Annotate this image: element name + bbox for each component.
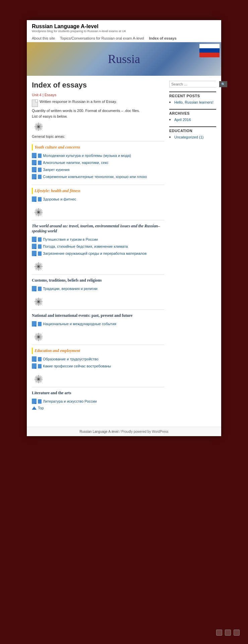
top-anchor[interactable]: Top xyxy=(38,406,44,410)
essay-link: Какие профессии сейчас востребованы xyxy=(32,363,164,369)
essay-link-world-1[interactable]: Путешествия и туризм в России xyxy=(43,237,98,241)
topic-section-literature: Literature and the arts Литература и иск… xyxy=(32,387,164,410)
essay-link: Алкогольные напитки, наркотики, секс xyxy=(32,160,164,166)
sunburst-5 xyxy=(32,332,45,342)
essay-link-literature-1[interactable]: Литература и искусство России xyxy=(43,399,97,403)
section-heading-youth: Youth culture and concerns xyxy=(32,144,164,151)
essay-icon xyxy=(32,237,37,242)
essay-icon-small xyxy=(38,154,42,158)
essay-link: Традиции, верования и религии xyxy=(32,286,164,292)
bottom-icons xyxy=(216,630,240,636)
banner-russia-text: Russia xyxy=(108,52,140,66)
essay-icon-small xyxy=(38,244,42,249)
essay-link-national-1[interactable]: Национальные и международные события xyxy=(43,322,116,326)
sunburst-3 xyxy=(32,261,45,272)
site-tagline: Wordpress blog for students preparing to… xyxy=(32,30,216,33)
essay-icon xyxy=(32,286,37,291)
search-input[interactable] xyxy=(170,81,219,87)
list-item: Uncategorized (1) xyxy=(174,134,216,140)
essay-icon xyxy=(32,153,37,158)
doc-icon xyxy=(32,100,38,107)
essay-link-youth-3[interactable]: Запрет курения xyxy=(43,168,69,172)
essay-link-world-3[interactable]: Загрязнение окружающей среды и переработ… xyxy=(43,251,146,255)
site-nav: About this site Topics/Conversations for… xyxy=(32,35,216,42)
quantity-text: Quantity of written words is 200. Format… xyxy=(32,109,164,113)
divider xyxy=(32,309,164,310)
essay-icon xyxy=(32,363,37,369)
sidebar: 🔍 RECENT POSTS Hello, Russian learners! … xyxy=(169,81,216,422)
essay-icon-small xyxy=(38,237,42,242)
section-heading-world: The world around us: travel, tourism, en… xyxy=(32,223,164,234)
russia-flag xyxy=(199,44,220,57)
archives-list: April 2016 xyxy=(169,117,216,122)
sunburst-6 xyxy=(32,374,45,384)
essay-link: Литература и искусство России xyxy=(32,398,164,404)
main-layout: Index of essays Unit 4 | Essays Written … xyxy=(27,76,221,427)
essay-link-education-1[interactable]: Образование и трудоустройство xyxy=(43,357,99,361)
essay-icon xyxy=(32,196,37,202)
essay-link-customs-1[interactable]: Традиции, верования и религии xyxy=(43,287,98,291)
essay-link-youth-4[interactable]: Современные компьютерные технологии, хор… xyxy=(43,175,147,179)
sidebar-recent-posts: RECENT POSTS Hello, Russian learners! xyxy=(169,92,216,105)
essay-link: Молодежная культура и проблемы (музыка и… xyxy=(32,153,164,159)
divider xyxy=(32,387,164,387)
topic-section-lifestyle: Lifestyle: health and fitness Здоровье и… xyxy=(32,185,164,202)
education-heading: EDUCATION xyxy=(169,129,216,133)
divider xyxy=(32,274,164,275)
top-link: Top xyxy=(32,406,164,410)
essay-link: Национальные и международные события xyxy=(32,321,164,327)
recent-post-link-1[interactable]: Hello, Russian learners! xyxy=(174,100,213,104)
essay-icon xyxy=(32,167,37,172)
section-heading-lifestyle: Lifestyle: health and fitness xyxy=(32,188,164,194)
nav-about[interactable]: About this site xyxy=(32,36,55,40)
essay-icon-small xyxy=(38,251,42,256)
essay-link-youth-2[interactable]: Алкогольные напитки, наркотики, секс xyxy=(43,161,109,165)
essay-icon-small xyxy=(38,364,42,368)
list-item: April 2016 xyxy=(174,117,216,122)
essay-icon xyxy=(32,399,37,404)
divider xyxy=(32,220,164,220)
essay-link: Запрет курения xyxy=(32,167,164,173)
essay-link-world-2[interactable]: Погода, стихийные бедствия, изменение кл… xyxy=(43,244,128,248)
unit-link[interactable]: Unit 4 | Essays xyxy=(32,93,164,97)
essay-link: Образование и трудоустройство xyxy=(32,356,164,362)
site-footer: Russian Language A-level / Proudly power… xyxy=(27,427,221,436)
essay-icon xyxy=(32,356,37,362)
footer-site-link[interactable]: Russian Language A-level xyxy=(80,430,119,433)
archives-heading: ARCHIVES xyxy=(169,111,216,115)
topic-section-customs: Customs, traditions, beliefs and religio… xyxy=(32,274,164,292)
essay-link-lifestyle-1[interactable]: Здоровье и фитнес xyxy=(43,197,76,201)
essay-icon xyxy=(32,321,37,327)
nav-topics[interactable]: Topics/Conversations for Russian oral ex… xyxy=(60,36,144,40)
archive-link-1[interactable]: April 2016 xyxy=(174,118,191,122)
essay-icon-small xyxy=(38,168,42,172)
education-link-1[interactable]: Uncategorized (1) xyxy=(174,135,203,139)
topic-section-education: Education and employment Образование и т… xyxy=(32,345,164,369)
section-heading-literature: Literature and the arts xyxy=(32,390,164,396)
essay-icon xyxy=(32,174,37,179)
essay-link: Загрязнение окружающей среды и переработ… xyxy=(32,250,164,256)
search-button[interactable]: 🔍 xyxy=(219,81,227,87)
intro-text: Written response in Russian in a form of… xyxy=(32,100,164,107)
footer-separator: / xyxy=(119,430,120,433)
essay-icon-small xyxy=(38,175,42,179)
content-area: Index of essays Unit 4 | Essays Written … xyxy=(32,81,164,422)
essay-link-education-2[interactable]: Какие профессии сейчас востребованы xyxy=(43,364,111,368)
list-item: Hello, Russian learners! xyxy=(174,100,216,105)
general-topic-label: General topic areas: xyxy=(32,134,164,138)
search-box: 🔍 xyxy=(169,81,216,87)
topic-section-world: The world around us: travel, tourism, en… xyxy=(32,220,164,256)
recent-posts-heading: RECENT POSTS xyxy=(169,94,216,98)
top-icon xyxy=(32,406,37,410)
bottom-icon-3 xyxy=(234,630,240,636)
site-banner: Russia xyxy=(27,42,221,76)
section-heading-customs: Customs, traditions, beliefs and religio… xyxy=(32,277,164,284)
essay-icon-small xyxy=(38,161,42,165)
section-heading-education: Education and employment xyxy=(32,348,164,354)
essay-link-youth-1[interactable]: Молодежная культура и проблемы (музыка и… xyxy=(43,154,131,158)
essay-icon xyxy=(32,251,37,256)
bottom-icon-1 xyxy=(216,630,222,636)
nav-index[interactable]: Index of essays xyxy=(149,36,177,40)
divider xyxy=(32,141,164,141)
topic-section-national: National and international events: past,… xyxy=(32,309,164,327)
